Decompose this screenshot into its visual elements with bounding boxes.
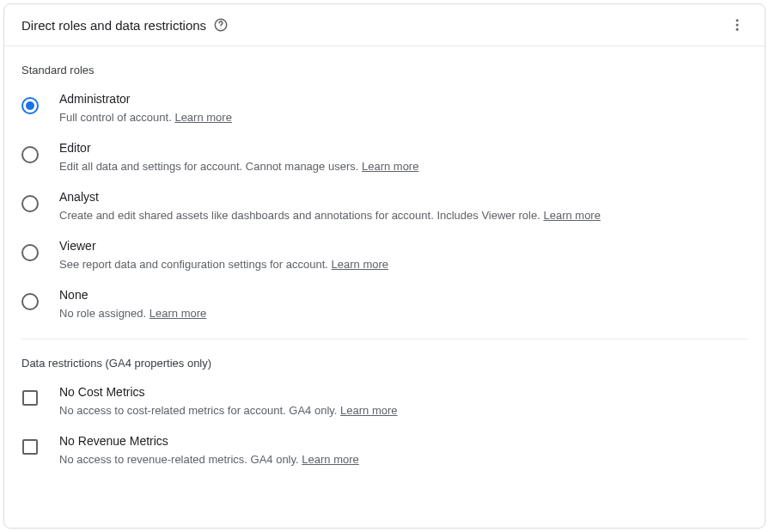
role-desc: Edit all data and settings for account. … bbox=[59, 160, 748, 173]
learn-more-link[interactable]: Learn more bbox=[543, 209, 600, 222]
restriction-option: No Cost Metrics No access to cost-relate… bbox=[4, 376, 765, 425]
svg-point-4 bbox=[736, 28, 739, 31]
role-desc: Create and edit shared assets like dashb… bbox=[59, 209, 748, 222]
restriction-title: No Revenue Metrics bbox=[59, 434, 748, 448]
role-title: None bbox=[59, 288, 748, 302]
roles-section-label: Standard roles bbox=[4, 46, 765, 83]
restriction-checkbox-no-revenue[interactable] bbox=[22, 439, 38, 455]
role-desc: See report data and configuration settin… bbox=[59, 258, 748, 271]
role-title: Analyst bbox=[59, 190, 748, 204]
learn-more-link[interactable]: Learn more bbox=[150, 307, 206, 320]
restriction-desc: No access to revenue-related metrics. GA… bbox=[59, 453, 748, 466]
learn-more-link[interactable]: Learn more bbox=[332, 258, 388, 271]
role-title: Viewer bbox=[59, 239, 748, 253]
card-header: Direct roles and data restrictions bbox=[4, 4, 765, 46]
learn-more-link[interactable]: Learn more bbox=[362, 160, 418, 173]
role-option: Administrator Full control of account. L… bbox=[4, 83, 765, 132]
restriction-checkbox-no-cost[interactable] bbox=[22, 390, 38, 406]
svg-point-2 bbox=[736, 19, 739, 21]
role-desc: No role assigned. Learn more bbox=[59, 307, 748, 320]
role-option: Editor Edit all data and settings for ac… bbox=[4, 132, 765, 181]
role-title: Administrator bbox=[59, 92, 748, 106]
role-option: None No role assigned. Learn more bbox=[4, 279, 765, 328]
restrictions-section-label: Data restrictions (GA4 properties only) bbox=[4, 339, 765, 376]
role-radio-analyst[interactable] bbox=[21, 195, 39, 212]
role-radio-editor[interactable] bbox=[21, 146, 39, 163]
svg-point-3 bbox=[736, 24, 739, 27]
roles-card: Direct roles and data restrictions Stand… bbox=[3, 3, 766, 529]
svg-point-1 bbox=[220, 28, 221, 28]
role-radio-administrator[interactable] bbox=[21, 97, 39, 114]
learn-more-link[interactable]: Learn more bbox=[174, 111, 231, 124]
learn-more-link[interactable]: Learn more bbox=[302, 453, 358, 466]
restriction-title: No Cost Metrics bbox=[59, 385, 748, 399]
card-title: Direct roles and data restrictions bbox=[21, 18, 206, 33]
learn-more-link[interactable]: Learn more bbox=[340, 404, 397, 417]
restriction-desc: No access to cost-related metrics for ac… bbox=[59, 404, 748, 417]
restriction-option: No Revenue Metrics No access to revenue-… bbox=[4, 425, 765, 474]
role-desc: Full control of account. Learn more bbox=[59, 111, 748, 124]
title-wrap: Direct roles and data restrictions bbox=[21, 17, 229, 33]
help-icon[interactable] bbox=[213, 17, 229, 33]
role-option: Viewer See report data and configuration… bbox=[4, 230, 765, 279]
role-option: Analyst Create and edit shared assets li… bbox=[4, 181, 765, 230]
role-radio-none[interactable] bbox=[21, 293, 39, 310]
role-radio-viewer[interactable] bbox=[21, 244, 39, 261]
role-title: Editor bbox=[59, 141, 748, 155]
more-vert-icon[interactable] bbox=[727, 15, 748, 35]
